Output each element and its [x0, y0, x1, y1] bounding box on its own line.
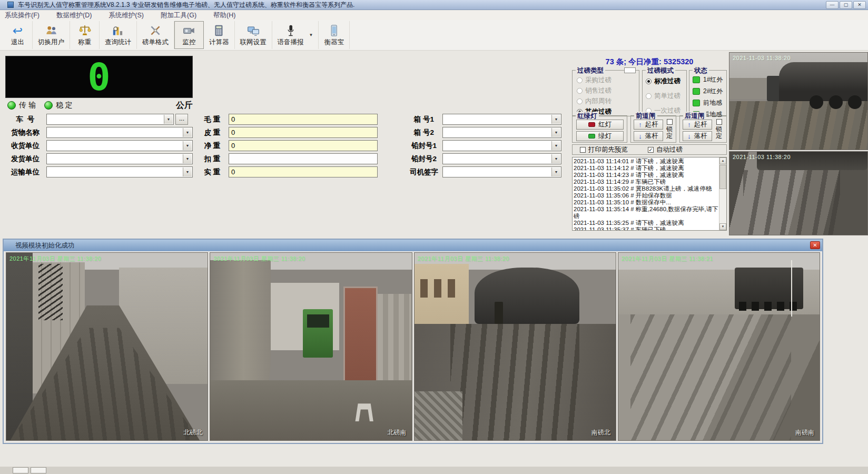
scrollbar-thumb[interactable] — [719, 165, 726, 189]
chevron-down-icon[interactable]: ▼ — [183, 154, 192, 163]
container1-combobox[interactable]: ▼ — [442, 114, 561, 125]
ticket-format-button[interactable]: 磅单格式 — [137, 21, 174, 49]
log-entry: 2021-11-03 11:35:25 # 请下磅，减速驶离 — [574, 220, 718, 226]
arrow-down-icon: ↓ — [638, 132, 642, 140]
side-camera-bottom: 2021-11-03 11:38:20 — [729, 151, 868, 235]
weigh-type-extra-box[interactable] — [624, 67, 636, 73]
monitor-button[interactable]: 监控 — [174, 21, 204, 49]
camera-timestamp: 2021-11-03 11:38:20 — [733, 55, 791, 61]
camera-feed-north-scale-south: 2021年11月03日 星期三 11:38:20 北磅南 — [210, 252, 412, 441]
close-icon[interactable]: ✕ — [810, 241, 820, 249]
radio-standard-weigh[interactable]: 标准过磅 — [646, 77, 680, 86]
scene-wheel — [810, 95, 823, 109]
driver-sign-combobox[interactable]: ▼ — [442, 166, 561, 177]
scene-truck-window — [307, 314, 329, 328]
chevron-down-icon[interactable]: ▼ — [309, 33, 313, 37]
front-gate-lower-button[interactable]: ↓落杆 — [634, 131, 663, 141]
monitor-camera-icon — [182, 24, 196, 37]
print-preview-checkbox[interactable] — [580, 147, 586, 153]
hengqibao-button[interactable]: 衡器宝 — [319, 21, 350, 49]
menu-extra-tools[interactable]: 附加工具(G) — [156, 11, 201, 20]
front-gate-raise-button[interactable]: ↑起杆 — [634, 120, 663, 130]
front-gate-lock-checkbox[interactable] — [667, 119, 673, 125]
chevron-down-icon[interactable]: ▼ — [551, 167, 560, 176]
exit-button[interactable]: ↩ 退出 — [3, 21, 33, 49]
green-lamp-icon — [588, 134, 595, 139]
scale-indicators: 传 输 稳 定 公斤 — [7, 100, 193, 111]
ir1-status-indicator — [693, 76, 700, 83]
minimize-button[interactable]: — — [826, 1, 839, 9]
camera-feed-south-scale-north: 2021年11月03日 星期三 11:38:20 南磅北 — [414, 252, 616, 441]
voice-broadcast-button[interactable]: 语音播报 ▼ — [272, 21, 319, 49]
network-settings-button[interactable]: 联网设置 — [235, 21, 272, 49]
event-log[interactable]: 2021-11-03 11:14:01 # 请下磅，减速驶离 2021-11-0… — [572, 157, 727, 231]
receiver-label: 收货单位 — [4, 141, 46, 151]
radio-simple-weigh: 简单过磅 — [646, 92, 680, 101]
chevron-down-icon[interactable]: ▼ — [551, 115, 560, 124]
net-weight-input[interactable]: 0 — [229, 140, 378, 151]
microphone-icon — [284, 24, 298, 37]
transmit-led-icon — [7, 101, 16, 110]
cargo-name-combobox[interactable]: ▼ — [46, 127, 193, 138]
log-entry: 2021-11-03 11:14:29 # 车辆已下磅 — [574, 179, 718, 185]
switch-user-button[interactable]: 切换用户 — [33, 21, 70, 49]
seal1-combobox[interactable]: ▼ — [442, 140, 561, 151]
chevron-down-icon[interactable]: ▼ — [164, 115, 173, 124]
tare-weight-input[interactable]: 0 — [229, 127, 378, 138]
green-light-button[interactable]: 绿灯 — [576, 131, 624, 141]
log-scrollbar[interactable]: ▲ ▼ — [719, 157, 726, 230]
container1-label: 箱 号1 — [406, 115, 442, 124]
front-gate-lock-label: 锁定 — [666, 126, 673, 140]
gross-weight-input[interactable]: 0 — [229, 114, 378, 125]
scene-tire-tracks — [630, 314, 792, 440]
rear-gate-raise-button[interactable]: ↑起杆 — [683, 120, 712, 130]
red-light-button[interactable]: 红灯 — [576, 120, 624, 130]
transporter-combobox[interactable]: ▼ — [46, 166, 193, 177]
scroll-up-icon[interactable]: ▲ — [719, 157, 726, 164]
plate-label: 车 号 — [4, 115, 46, 124]
weight-value: 0 — [6, 56, 192, 97]
query-stats-button[interactable]: 查询统计 — [100, 21, 137, 49]
shipper-combobox[interactable]: ▼ — [46, 153, 193, 164]
weight-display: 0 — [5, 56, 193, 98]
chevron-down-icon[interactable]: ▼ — [183, 167, 192, 176]
receiver-combobox[interactable]: ▼ — [46, 140, 193, 151]
title-bar: 车号识别无人值守称重管理系统V8.2.1.3 专业研发销售维修电子地磅、无人值守… — [0, 0, 868, 10]
chevron-down-icon[interactable]: ▼ — [183, 128, 192, 137]
status-group: 状态 1#红外 2#红外 前地感 后地感 — [689, 70, 727, 116]
container2-combobox[interactable]: ▼ — [442, 127, 561, 138]
rear-gate-lock-checkbox[interactable] — [716, 119, 722, 125]
calculator-button[interactable]: 计算器 — [204, 21, 235, 49]
menu-data-maintain[interactable]: 数据维护(D) — [52, 11, 96, 20]
stable-led-label: 稳 定 — [56, 101, 73, 110]
radio-internal-turnover: 内部周转 — [577, 97, 611, 106]
rear-gate-lower-button[interactable]: ↓落杆 — [683, 131, 712, 141]
chevron-down-icon[interactable]: ▼ — [183, 141, 192, 150]
scroll-down-icon[interactable]: ▼ — [719, 223, 726, 230]
unit-label: 公斤 — [176, 100, 193, 111]
plate-more-button[interactable]: ... — [175, 114, 188, 125]
actual-weight-input[interactable]: 0 — [229, 166, 378, 177]
weigh-mode-group: 过磅模式 标准过磅 简单过磅 一次过磅 — [642, 70, 687, 116]
log-entry: 2021-11-03 11:14:23 # 请下磅，减速驶离 — [574, 172, 718, 179]
scene-wet-streaks — [450, 324, 579, 440]
menu-help[interactable]: 帮助(H) — [209, 11, 240, 20]
chevron-down-icon[interactable]: ▼ — [551, 128, 560, 137]
deduct-weight-input[interactable] — [229, 153, 378, 164]
video-strip: 2021年11月03日 星期三 11:38:20 北磅北 2021年11月03日… — [6, 252, 820, 441]
scene-person — [495, 302, 502, 324]
chevron-down-icon[interactable]: ▼ — [551, 154, 560, 163]
menu-system-maintain[interactable]: 系统维护(S) — [104, 11, 149, 20]
taskbar-item[interactable] — [13, 467, 28, 473]
network-settings-icon — [246, 24, 260, 37]
maximize-button[interactable]: ▢ — [840, 1, 852, 9]
taskbar-item[interactable] — [31, 467, 46, 473]
seal2-combobox[interactable]: ▼ — [442, 153, 561, 164]
auto-weigh-checkbox[interactable]: ✓ — [648, 147, 654, 153]
weigh-type-title: 过磅类型 — [576, 66, 605, 75]
plate-combobox[interactable]: ▼ — [46, 114, 174, 125]
menu-system-operate[interactable]: 系统操作(F) — [0, 11, 44, 20]
close-button[interactable]: ✕ — [853, 1, 866, 9]
weigh-button[interactable]: 称重 — [70, 21, 100, 49]
chevron-down-icon[interactable]: ▼ — [551, 141, 560, 150]
